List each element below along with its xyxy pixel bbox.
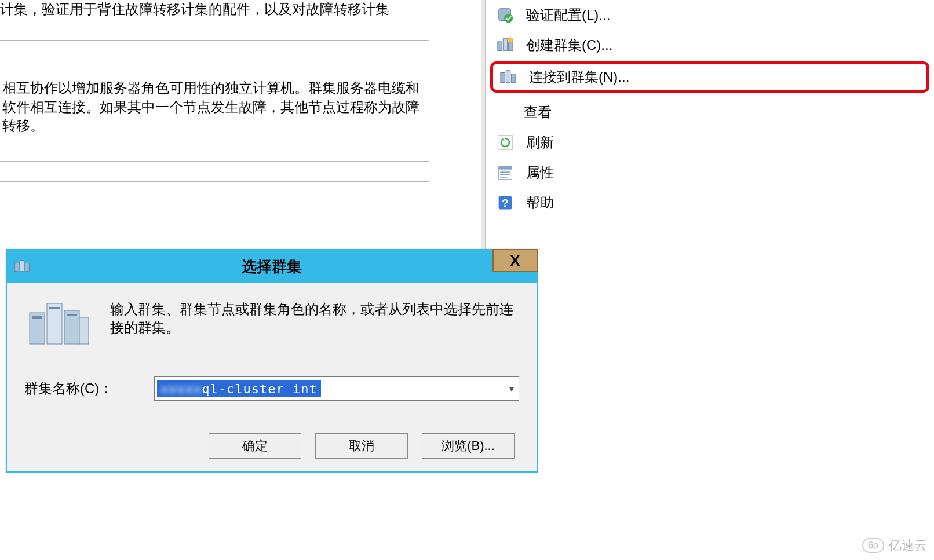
create-cluster-icon: [496, 36, 515, 54]
svg-rect-21: [47, 303, 62, 344]
svg-rect-9: [498, 136, 513, 150]
help-icon: ?: [496, 193, 515, 212]
svg-rect-8: [512, 74, 516, 82]
action-label: 创建群集(C)...: [526, 36, 612, 54]
watermark-badge: 6o: [862, 538, 884, 553]
action-label: 连接到群集(N)...: [529, 68, 629, 86]
connect-cluster-icon: [499, 68, 517, 86]
svg-rect-23: [79, 317, 89, 344]
svg-rect-6: [501, 73, 505, 83]
browse-button[interactable]: 浏览(B)...: [422, 433, 515, 459]
main-content-panel: 计集，验证用于背住故障转移计集的配件，以及对故障转移计集 相互协作以增加服务器角…: [0, 0, 481, 249]
watermark: 6o 亿速云: [862, 537, 927, 554]
empty-section-box: [0, 40, 429, 71]
dialog-title: 选择群集: [7, 257, 537, 277]
svg-rect-7: [506, 71, 510, 83]
svg-point-5: [508, 38, 513, 43]
empty-section-box-2: [0, 161, 429, 182]
validate-icon: [496, 6, 515, 24]
svg-rect-19: [25, 263, 29, 272]
svg-rect-11: [499, 166, 512, 170]
dialog-button-row: 确定 取消 浏览(B)...: [24, 433, 519, 462]
cluster-name-value: xxxxxql-cluster int: [157, 380, 321, 397]
action-label: 验证配置(L)...: [526, 6, 610, 24]
dialog-instructions: 输入群集、群集节点或群集角色的名称，或者从列表中选择先前连接的群集。: [110, 297, 519, 338]
properties-icon: [496, 163, 515, 182]
vertical-separator: [481, 0, 486, 249]
svg-rect-18: [20, 261, 24, 272]
actions-pane: 验证配置(L)... 创建群集(C)... 连接到群集(N)... 查看: [486, 0, 934, 249]
svg-rect-25: [49, 307, 60, 309]
action-label: 属性: [526, 163, 554, 182]
dialog-body: 输入群集、群集节点或群集角色的名称，或者从列表中选择先前连接的群集。 群集名称(…: [7, 283, 537, 471]
cluster-name-field-row: 群集名称(C)： xxxxxql-cluster int ▾: [24, 376, 519, 401]
partial-top-text: 计集，验证用于背住故障转移计集的配件，以及对故障转移计集: [0, 0, 481, 23]
close-glyph: X: [510, 252, 520, 270]
dialog-title-icon: [13, 257, 31, 276]
action-label: 帮助: [526, 193, 554, 212]
select-cluster-dialog: 选择群集 X 输入群集、群集节点或群集角色的名称，或者从列表中选择先前连接的群集…: [6, 249, 538, 473]
action-refresh[interactable]: 刷新: [486, 127, 934, 158]
dialog-close-button[interactable]: X: [492, 249, 538, 272]
action-validate-config[interactable]: 验证配置(L)...: [486, 0, 934, 30]
watermark-text: 亿速云: [889, 537, 927, 554]
svg-rect-24: [32, 316, 42, 319]
cancel-button[interactable]: 取消: [315, 433, 408, 459]
description-box: 相互协作以增加服务器角色可用性的独立计算机。群集服务器电缆和软件相互连接。如果其…: [0, 74, 429, 140]
chevron-down-icon[interactable]: ▾: [509, 383, 514, 394]
cluster-name-combobox[interactable]: xxxxxql-cluster int ▾: [154, 376, 519, 401]
dialog-titlebar[interactable]: 选择群集 X: [7, 250, 537, 283]
action-label: 查看: [524, 103, 552, 122]
svg-rect-3: [503, 39, 508, 51]
svg-rect-17: [15, 262, 19, 272]
svg-rect-2: [498, 41, 502, 51]
action-properties[interactable]: 属性: [486, 158, 934, 188]
ok-button[interactable]: 确定: [209, 433, 301, 459]
svg-text:?: ?: [502, 197, 509, 209]
cluster-name-label: 群集名称(C)：: [24, 379, 140, 398]
action-view[interactable]: 查看: [486, 97, 934, 127]
cluster-big-icon: [24, 297, 94, 349]
svg-rect-26: [67, 314, 77, 316]
action-create-cluster[interactable]: 创建群集(C)...: [486, 30, 934, 60]
action-help[interactable]: ? 帮助: [486, 188, 934, 218]
action-label: 刷新: [526, 133, 554, 152]
refresh-icon: [496, 133, 515, 152]
action-connect-cluster[interactable]: 连接到群集(N)...: [490, 61, 929, 93]
